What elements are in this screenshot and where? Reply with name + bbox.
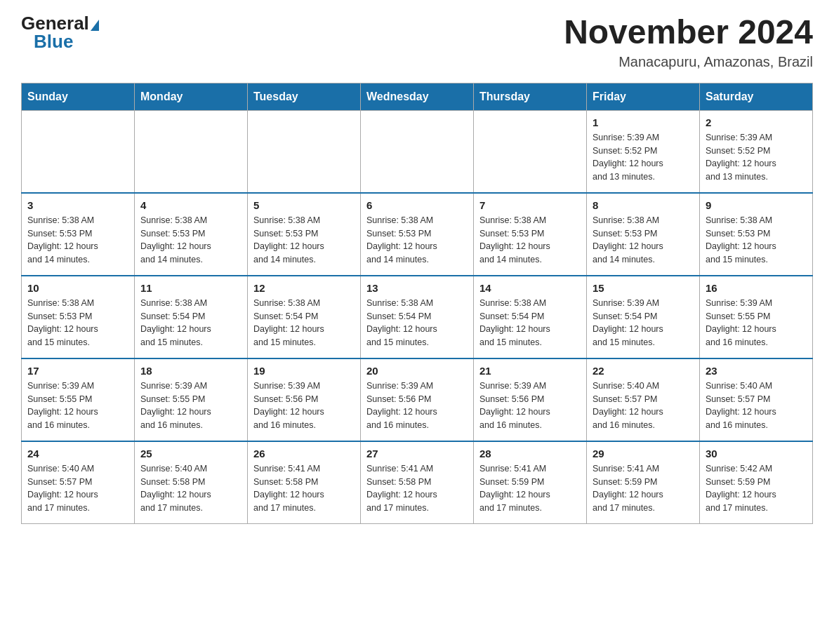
location-text: Manacapuru, Amazonas, Brazil bbox=[564, 54, 813, 70]
day-info: Sunrise: 5:38 AMSunset: 5:53 PMDaylight:… bbox=[479, 214, 581, 267]
day-info: Sunrise: 5:39 AMSunset: 5:54 PMDaylight:… bbox=[593, 297, 694, 349]
day-info: Sunrise: 5:38 AMSunset: 5:53 PMDaylight:… bbox=[140, 214, 241, 267]
calendar-header-row: SundayMondayTuesdayWednesdayThursdayFrid… bbox=[22, 83, 813, 110]
calendar-cell: 25Sunrise: 5:40 AMSunset: 5:58 PMDayligh… bbox=[135, 441, 248, 524]
calendar-cell: 22Sunrise: 5:40 AMSunset: 5:57 PMDayligh… bbox=[587, 358, 700, 441]
day-info: Sunrise: 5:38 AMSunset: 5:54 PMDaylight:… bbox=[479, 297, 581, 349]
page-header: General Blue November 2024 Manacapuru, A… bbox=[21, 14, 813, 70]
day-info: Sunrise: 5:40 AMSunset: 5:57 PMDaylight:… bbox=[593, 380, 694, 432]
calendar-cell: 29Sunrise: 5:41 AMSunset: 5:59 PMDayligh… bbox=[587, 441, 700, 524]
day-number: 15 bbox=[593, 282, 694, 294]
day-info: Sunrise: 5:38 AMSunset: 5:53 PMDaylight:… bbox=[253, 214, 355, 267]
calendar-cell: 15Sunrise: 5:39 AMSunset: 5:54 PMDayligh… bbox=[587, 276, 700, 358]
calendar-week-row: 3Sunrise: 5:38 AMSunset: 5:53 PMDaylight… bbox=[22, 193, 813, 276]
day-number: 25 bbox=[140, 448, 241, 459]
day-number: 29 bbox=[593, 448, 694, 459]
day-number: 16 bbox=[706, 282, 807, 294]
day-info: Sunrise: 5:39 AMSunset: 5:55 PMDaylight:… bbox=[27, 380, 128, 432]
day-number: 17 bbox=[27, 365, 128, 377]
logo: General Blue bbox=[21, 14, 99, 51]
calendar-cell: 18Sunrise: 5:39 AMSunset: 5:55 PMDayligh… bbox=[135, 358, 248, 441]
day-number: 2 bbox=[706, 116, 807, 128]
day-number: 26 bbox=[253, 448, 355, 459]
day-info: Sunrise: 5:38 AMSunset: 5:54 PMDaylight:… bbox=[366, 297, 468, 349]
logo-triangle-icon bbox=[91, 20, 99, 31]
calendar-cell: 28Sunrise: 5:41 AMSunset: 5:59 PMDayligh… bbox=[474, 441, 587, 524]
day-number: 5 bbox=[253, 199, 355, 211]
calendar-week-row: 17Sunrise: 5:39 AMSunset: 5:55 PMDayligh… bbox=[22, 358, 813, 441]
month-title: November 2024 bbox=[564, 14, 813, 51]
day-number: 19 bbox=[253, 365, 355, 377]
calendar-cell: 2Sunrise: 5:39 AMSunset: 5:52 PMDaylight… bbox=[700, 110, 813, 193]
calendar-cell bbox=[22, 110, 135, 193]
calendar-table: SundayMondayTuesdayWednesdayThursdayFrid… bbox=[21, 83, 813, 524]
calendar-cell: 11Sunrise: 5:38 AMSunset: 5:54 PMDayligh… bbox=[135, 276, 248, 358]
day-info: Sunrise: 5:41 AMSunset: 5:58 PMDaylight:… bbox=[253, 462, 355, 515]
day-number: 12 bbox=[253, 282, 355, 294]
day-info: Sunrise: 5:42 AMSunset: 5:59 PMDaylight:… bbox=[706, 462, 807, 515]
calendar-cell: 30Sunrise: 5:42 AMSunset: 5:59 PMDayligh… bbox=[700, 441, 813, 524]
day-info: Sunrise: 5:38 AMSunset: 5:53 PMDaylight:… bbox=[706, 214, 807, 267]
day-number: 11 bbox=[140, 282, 241, 294]
day-info: Sunrise: 5:41 AMSunset: 5:59 PMDaylight:… bbox=[479, 462, 581, 515]
day-info: Sunrise: 5:38 AMSunset: 5:53 PMDaylight:… bbox=[593, 214, 694, 267]
calendar-cell: 3Sunrise: 5:38 AMSunset: 5:53 PMDaylight… bbox=[22, 193, 135, 276]
day-info: Sunrise: 5:39 AMSunset: 5:52 PMDaylight:… bbox=[593, 131, 694, 184]
calendar-cell: 27Sunrise: 5:41 AMSunset: 5:58 PMDayligh… bbox=[361, 441, 474, 524]
calendar-cell: 26Sunrise: 5:41 AMSunset: 5:58 PMDayligh… bbox=[248, 441, 361, 524]
day-of-week-header: Saturday bbox=[700, 83, 813, 110]
calendar-cell: 6Sunrise: 5:38 AMSunset: 5:53 PMDaylight… bbox=[361, 193, 474, 276]
calendar-cell: 21Sunrise: 5:39 AMSunset: 5:56 PMDayligh… bbox=[474, 358, 587, 441]
logo-blue-text: Blue bbox=[34, 32, 73, 51]
calendar-cell: 4Sunrise: 5:38 AMSunset: 5:53 PMDaylight… bbox=[135, 193, 248, 276]
day-of-week-header: Thursday bbox=[474, 83, 587, 110]
calendar-week-row: 10Sunrise: 5:38 AMSunset: 5:53 PMDayligh… bbox=[22, 276, 813, 358]
day-of-week-header: Tuesday bbox=[248, 83, 361, 110]
day-info: Sunrise: 5:39 AMSunset: 5:56 PMDaylight:… bbox=[366, 380, 468, 432]
day-info: Sunrise: 5:41 AMSunset: 5:59 PMDaylight:… bbox=[593, 462, 694, 515]
day-info: Sunrise: 5:40 AMSunset: 5:57 PMDaylight:… bbox=[27, 462, 128, 515]
day-info: Sunrise: 5:39 AMSunset: 5:52 PMDaylight:… bbox=[706, 131, 807, 184]
calendar-cell: 9Sunrise: 5:38 AMSunset: 5:53 PMDaylight… bbox=[700, 193, 813, 276]
day-of-week-header: Friday bbox=[587, 83, 700, 110]
day-number: 22 bbox=[593, 365, 694, 377]
day-info: Sunrise: 5:39 AMSunset: 5:55 PMDaylight:… bbox=[706, 297, 807, 349]
calendar-cell bbox=[474, 110, 587, 193]
calendar-cell: 23Sunrise: 5:40 AMSunset: 5:57 PMDayligh… bbox=[700, 358, 813, 441]
calendar-cell: 14Sunrise: 5:38 AMSunset: 5:54 PMDayligh… bbox=[474, 276, 587, 358]
day-info: Sunrise: 5:38 AMSunset: 5:53 PMDaylight:… bbox=[27, 297, 128, 349]
calendar-cell: 19Sunrise: 5:39 AMSunset: 5:56 PMDayligh… bbox=[248, 358, 361, 441]
calendar-cell: 5Sunrise: 5:38 AMSunset: 5:53 PMDaylight… bbox=[248, 193, 361, 276]
day-of-week-header: Wednesday bbox=[361, 83, 474, 110]
day-of-week-header: Monday bbox=[135, 83, 248, 110]
calendar-cell: 17Sunrise: 5:39 AMSunset: 5:55 PMDayligh… bbox=[22, 358, 135, 441]
day-info: Sunrise: 5:39 AMSunset: 5:56 PMDaylight:… bbox=[253, 380, 355, 432]
day-info: Sunrise: 5:38 AMSunset: 5:54 PMDaylight:… bbox=[253, 297, 355, 349]
day-number: 28 bbox=[479, 448, 581, 459]
day-number: 6 bbox=[366, 199, 468, 211]
day-number: 24 bbox=[27, 448, 128, 459]
day-of-week-header: Sunday bbox=[22, 83, 135, 110]
day-info: Sunrise: 5:38 AMSunset: 5:54 PMDaylight:… bbox=[140, 297, 241, 349]
calendar-week-row: 24Sunrise: 5:40 AMSunset: 5:57 PMDayligh… bbox=[22, 441, 813, 524]
calendar-cell: 12Sunrise: 5:38 AMSunset: 5:54 PMDayligh… bbox=[248, 276, 361, 358]
day-number: 14 bbox=[479, 282, 581, 294]
calendar-cell: 8Sunrise: 5:38 AMSunset: 5:53 PMDaylight… bbox=[587, 193, 700, 276]
day-number: 20 bbox=[366, 365, 468, 377]
day-info: Sunrise: 5:38 AMSunset: 5:53 PMDaylight:… bbox=[366, 214, 468, 267]
calendar-cell bbox=[361, 110, 474, 193]
calendar-cell: 13Sunrise: 5:38 AMSunset: 5:54 PMDayligh… bbox=[361, 276, 474, 358]
day-number: 27 bbox=[366, 448, 468, 459]
calendar-cell: 24Sunrise: 5:40 AMSunset: 5:57 PMDayligh… bbox=[22, 441, 135, 524]
day-info: Sunrise: 5:39 AMSunset: 5:55 PMDaylight:… bbox=[140, 380, 241, 432]
calendar-cell bbox=[135, 110, 248, 193]
day-number: 7 bbox=[479, 199, 581, 211]
day-number: 9 bbox=[706, 199, 807, 211]
day-number: 8 bbox=[593, 199, 694, 211]
day-info: Sunrise: 5:41 AMSunset: 5:58 PMDaylight:… bbox=[366, 462, 468, 515]
day-number: 10 bbox=[27, 282, 128, 294]
day-number: 4 bbox=[140, 199, 241, 211]
day-number: 13 bbox=[366, 282, 468, 294]
day-number: 3 bbox=[27, 199, 128, 211]
day-number: 1 bbox=[593, 116, 694, 128]
